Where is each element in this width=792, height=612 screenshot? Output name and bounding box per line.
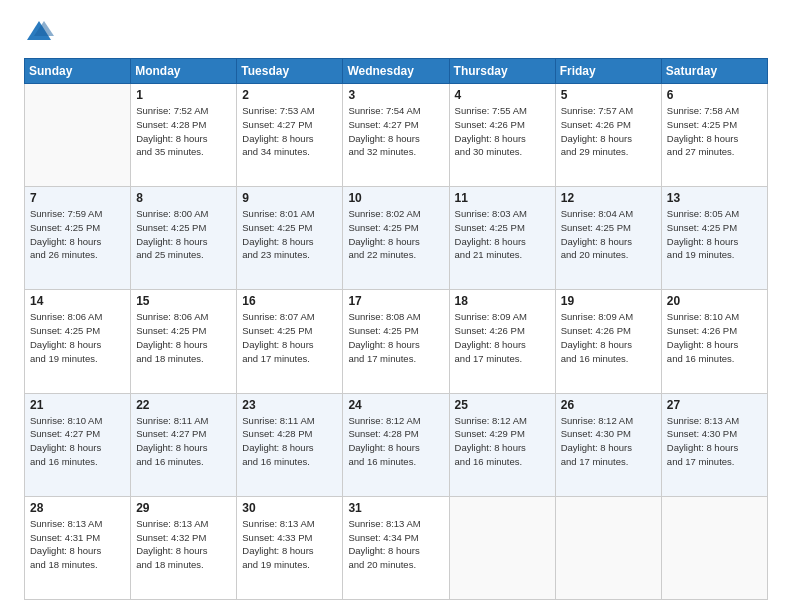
- day-number: 14: [30, 294, 125, 308]
- day-number: 15: [136, 294, 231, 308]
- day-info: Sunrise: 8:12 AMSunset: 4:30 PMDaylight:…: [561, 414, 656, 469]
- day-number: 9: [242, 191, 337, 205]
- day-info: Sunrise: 7:58 AMSunset: 4:25 PMDaylight:…: [667, 104, 762, 159]
- day-cell: 29Sunrise: 8:13 AMSunset: 4:32 PMDayligh…: [131, 496, 237, 599]
- day-cell: 30Sunrise: 8:13 AMSunset: 4:33 PMDayligh…: [237, 496, 343, 599]
- day-cell: 2Sunrise: 7:53 AMSunset: 4:27 PMDaylight…: [237, 84, 343, 187]
- day-cell: 5Sunrise: 7:57 AMSunset: 4:26 PMDaylight…: [555, 84, 661, 187]
- day-info: Sunrise: 8:00 AMSunset: 4:25 PMDaylight:…: [136, 207, 231, 262]
- day-info: Sunrise: 8:06 AMSunset: 4:25 PMDaylight:…: [136, 310, 231, 365]
- day-info: Sunrise: 8:03 AMSunset: 4:25 PMDaylight:…: [455, 207, 550, 262]
- day-cell: 3Sunrise: 7:54 AMSunset: 4:27 PMDaylight…: [343, 84, 449, 187]
- day-info: Sunrise: 8:13 AMSunset: 4:34 PMDaylight:…: [348, 517, 443, 572]
- header-row: SundayMondayTuesdayWednesdayThursdayFrid…: [25, 59, 768, 84]
- day-number: 19: [561, 294, 656, 308]
- week-row-1: 1Sunrise: 7:52 AMSunset: 4:28 PMDaylight…: [25, 84, 768, 187]
- header-day-friday: Friday: [555, 59, 661, 84]
- day-cell: 11Sunrise: 8:03 AMSunset: 4:25 PMDayligh…: [449, 187, 555, 290]
- day-cell: 31Sunrise: 8:13 AMSunset: 4:34 PMDayligh…: [343, 496, 449, 599]
- day-number: 20: [667, 294, 762, 308]
- day-info: Sunrise: 7:59 AMSunset: 4:25 PMDaylight:…: [30, 207, 125, 262]
- day-number: 22: [136, 398, 231, 412]
- day-number: 31: [348, 501, 443, 515]
- day-cell: 6Sunrise: 7:58 AMSunset: 4:25 PMDaylight…: [661, 84, 767, 187]
- day-number: 8: [136, 191, 231, 205]
- day-info: Sunrise: 7:54 AMSunset: 4:27 PMDaylight:…: [348, 104, 443, 159]
- day-cell: 25Sunrise: 8:12 AMSunset: 4:29 PMDayligh…: [449, 393, 555, 496]
- day-cell: 14Sunrise: 8:06 AMSunset: 4:25 PMDayligh…: [25, 290, 131, 393]
- day-number: 5: [561, 88, 656, 102]
- day-number: 17: [348, 294, 443, 308]
- day-info: Sunrise: 8:13 AMSunset: 4:32 PMDaylight:…: [136, 517, 231, 572]
- header-day-monday: Monday: [131, 59, 237, 84]
- day-cell: [449, 496, 555, 599]
- week-row-3: 14Sunrise: 8:06 AMSunset: 4:25 PMDayligh…: [25, 290, 768, 393]
- header-day-saturday: Saturday: [661, 59, 767, 84]
- header-day-tuesday: Tuesday: [237, 59, 343, 84]
- day-number: 1: [136, 88, 231, 102]
- day-number: 13: [667, 191, 762, 205]
- page: SundayMondayTuesdayWednesdayThursdayFrid…: [0, 0, 792, 612]
- day-number: 7: [30, 191, 125, 205]
- day-cell: 22Sunrise: 8:11 AMSunset: 4:27 PMDayligh…: [131, 393, 237, 496]
- day-cell: 27Sunrise: 8:13 AMSunset: 4:30 PMDayligh…: [661, 393, 767, 496]
- day-number: 28: [30, 501, 125, 515]
- day-info: Sunrise: 8:12 AMSunset: 4:29 PMDaylight:…: [455, 414, 550, 469]
- day-info: Sunrise: 8:02 AMSunset: 4:25 PMDaylight:…: [348, 207, 443, 262]
- day-cell: 15Sunrise: 8:06 AMSunset: 4:25 PMDayligh…: [131, 290, 237, 393]
- day-cell: 10Sunrise: 8:02 AMSunset: 4:25 PMDayligh…: [343, 187, 449, 290]
- day-info: Sunrise: 8:05 AMSunset: 4:25 PMDaylight:…: [667, 207, 762, 262]
- day-number: 25: [455, 398, 550, 412]
- day-number: 6: [667, 88, 762, 102]
- calendar-body: 1Sunrise: 7:52 AMSunset: 4:28 PMDaylight…: [25, 84, 768, 600]
- day-info: Sunrise: 8:07 AMSunset: 4:25 PMDaylight:…: [242, 310, 337, 365]
- day-cell: 23Sunrise: 8:11 AMSunset: 4:28 PMDayligh…: [237, 393, 343, 496]
- day-number: 11: [455, 191, 550, 205]
- day-cell: 8Sunrise: 8:00 AMSunset: 4:25 PMDaylight…: [131, 187, 237, 290]
- day-cell: 13Sunrise: 8:05 AMSunset: 4:25 PMDayligh…: [661, 187, 767, 290]
- day-cell: 18Sunrise: 8:09 AMSunset: 4:26 PMDayligh…: [449, 290, 555, 393]
- header-day-wednesday: Wednesday: [343, 59, 449, 84]
- day-info: Sunrise: 8:10 AMSunset: 4:27 PMDaylight:…: [30, 414, 125, 469]
- day-number: 24: [348, 398, 443, 412]
- day-number: 29: [136, 501, 231, 515]
- day-number: 16: [242, 294, 337, 308]
- week-row-2: 7Sunrise: 7:59 AMSunset: 4:25 PMDaylight…: [25, 187, 768, 290]
- day-cell: 17Sunrise: 8:08 AMSunset: 4:25 PMDayligh…: [343, 290, 449, 393]
- day-info: Sunrise: 8:13 AMSunset: 4:31 PMDaylight:…: [30, 517, 125, 572]
- day-cell: 28Sunrise: 8:13 AMSunset: 4:31 PMDayligh…: [25, 496, 131, 599]
- day-info: Sunrise: 8:01 AMSunset: 4:25 PMDaylight:…: [242, 207, 337, 262]
- header-day-sunday: Sunday: [25, 59, 131, 84]
- day-cell: 1Sunrise: 7:52 AMSunset: 4:28 PMDaylight…: [131, 84, 237, 187]
- day-info: Sunrise: 8:11 AMSunset: 4:27 PMDaylight:…: [136, 414, 231, 469]
- day-cell: 19Sunrise: 8:09 AMSunset: 4:26 PMDayligh…: [555, 290, 661, 393]
- day-info: Sunrise: 8:08 AMSunset: 4:25 PMDaylight:…: [348, 310, 443, 365]
- day-cell: 16Sunrise: 8:07 AMSunset: 4:25 PMDayligh…: [237, 290, 343, 393]
- day-number: 12: [561, 191, 656, 205]
- day-number: 26: [561, 398, 656, 412]
- logo: [24, 18, 58, 48]
- day-info: Sunrise: 8:09 AMSunset: 4:26 PMDaylight:…: [561, 310, 656, 365]
- logo-icon: [24, 18, 54, 48]
- day-info: Sunrise: 8:11 AMSunset: 4:28 PMDaylight:…: [242, 414, 337, 469]
- day-cell: 12Sunrise: 8:04 AMSunset: 4:25 PMDayligh…: [555, 187, 661, 290]
- week-row-5: 28Sunrise: 8:13 AMSunset: 4:31 PMDayligh…: [25, 496, 768, 599]
- day-info: Sunrise: 7:53 AMSunset: 4:27 PMDaylight:…: [242, 104, 337, 159]
- day-number: 4: [455, 88, 550, 102]
- week-row-4: 21Sunrise: 8:10 AMSunset: 4:27 PMDayligh…: [25, 393, 768, 496]
- day-cell: 20Sunrise: 8:10 AMSunset: 4:26 PMDayligh…: [661, 290, 767, 393]
- day-cell: 26Sunrise: 8:12 AMSunset: 4:30 PMDayligh…: [555, 393, 661, 496]
- day-number: 18: [455, 294, 550, 308]
- calendar-table: SundayMondayTuesdayWednesdayThursdayFrid…: [24, 58, 768, 600]
- day-info: Sunrise: 8:06 AMSunset: 4:25 PMDaylight:…: [30, 310, 125, 365]
- day-info: Sunrise: 7:55 AMSunset: 4:26 PMDaylight:…: [455, 104, 550, 159]
- day-number: 2: [242, 88, 337, 102]
- day-number: 3: [348, 88, 443, 102]
- calendar-header: SundayMondayTuesdayWednesdayThursdayFrid…: [25, 59, 768, 84]
- day-info: Sunrise: 8:10 AMSunset: 4:26 PMDaylight:…: [667, 310, 762, 365]
- day-number: 27: [667, 398, 762, 412]
- day-cell: [661, 496, 767, 599]
- day-info: Sunrise: 7:52 AMSunset: 4:28 PMDaylight:…: [136, 104, 231, 159]
- day-info: Sunrise: 7:57 AMSunset: 4:26 PMDaylight:…: [561, 104, 656, 159]
- header: [24, 18, 768, 48]
